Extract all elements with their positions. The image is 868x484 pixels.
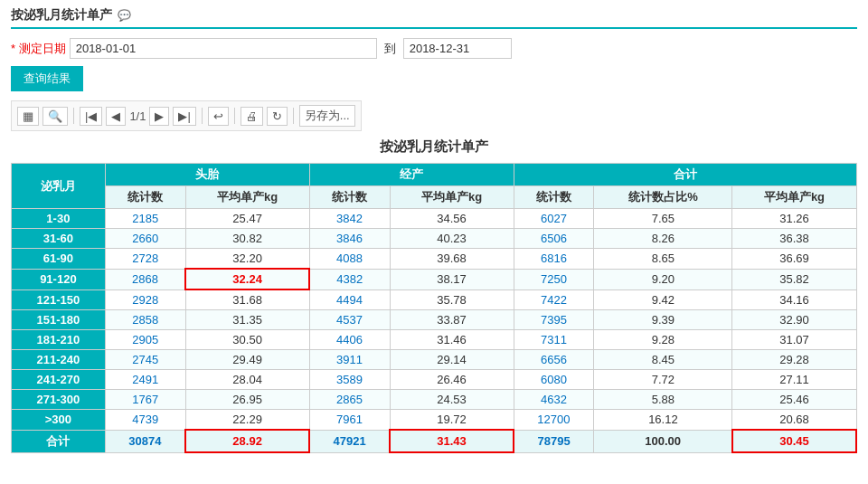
td-t-avg: 29.28: [732, 350, 856, 370]
date-end-input[interactable]: [403, 38, 512, 59]
th-e-avg: 平均单产kg: [390, 186, 514, 209]
td-t-count: 7422: [514, 289, 594, 310]
td-t-avg: 27.11: [732, 370, 856, 390]
toolbar-sep4: [293, 108, 294, 124]
query-button[interactable]: 查询结果: [11, 66, 83, 91]
th-t-count: 统计数: [514, 186, 594, 209]
td-total-e-avg: 31.43: [390, 430, 514, 452]
td-h-avg: 32.20: [185, 249, 309, 270]
date-start-input[interactable]: [70, 38, 377, 59]
page-title-bar: 按泌乳月统计单产 💬: [11, 7, 857, 29]
td-e-avg: 33.87: [390, 310, 514, 330]
td-h-avg: 28.04: [185, 370, 309, 390]
td-e-avg: 24.53: [390, 390, 514, 410]
table-row: 271-300176726.95286524.5346325.8825.46: [12, 390, 857, 410]
filter-label: * 测定日期: [11, 41, 66, 57]
td-total-h-avg: 28.92: [185, 430, 309, 452]
td-h-count: 2491: [105, 370, 185, 390]
td-e-count: 4406: [309, 330, 390, 350]
td-total-label: 合计: [12, 430, 106, 452]
toolbar-next-page[interactable]: ▶: [149, 107, 169, 126]
td-h-avg: 31.68: [185, 289, 309, 310]
td-e-avg: 31.46: [390, 330, 514, 350]
toolbar-first-page[interactable]: |◀: [80, 107, 102, 126]
td-e-count: 4537: [309, 310, 390, 330]
td-label: 241-270: [12, 370, 106, 390]
filter-separator: 到: [384, 41, 396, 57]
td-h-avg: 26.95: [185, 390, 309, 410]
th-t-pct: 统计数占比%: [594, 186, 732, 209]
th-exp: 经产: [309, 164, 514, 186]
td-t-avg: 32.90: [732, 310, 856, 330]
td-t-count: 6027: [514, 209, 594, 229]
td-t-pct: 8.65: [594, 249, 732, 270]
filter-row: * 测定日期 到: [11, 38, 857, 59]
td-h-avg: 29.49: [185, 350, 309, 370]
td-e-count: 4088: [309, 249, 390, 270]
report-title: 按泌乳月统计单产: [11, 138, 857, 156]
td-e-count: 3846: [309, 229, 390, 249]
td-label: >300: [12, 410, 106, 431]
td-t-count: 7311: [514, 330, 594, 350]
td-label: 61-90: [12, 249, 106, 270]
td-t-pct: 9.20: [594, 269, 732, 289]
toolbar-grid-icon[interactable]: ▦: [17, 107, 39, 126]
page-container: 按泌乳月统计单产 💬 * 测定日期 到 查询结果 ▦ 🔍 |◀ ◀ 1/1 ▶ …: [0, 0, 868, 460]
td-e-count: 3911: [309, 350, 390, 370]
td-e-avg: 26.46: [390, 370, 514, 390]
toolbar-save-as-btn[interactable]: 另存为...: [299, 105, 355, 127]
td-e-count: 2865: [309, 390, 390, 410]
toolbar-last-page[interactable]: ▶|: [173, 107, 195, 126]
td-h-count: 2868: [105, 269, 185, 289]
td-t-avg: 36.69: [732, 249, 856, 270]
td-e-avg: 39.68: [390, 249, 514, 270]
td-total-t-count: 78795: [514, 430, 594, 452]
td-label: 91-120: [12, 269, 106, 289]
td-t-count: 6816: [514, 249, 594, 270]
td-t-pct: 9.39: [594, 310, 732, 330]
toolbar-print-btn[interactable]: 🖨: [241, 107, 263, 126]
td-total-t-avg: 30.45: [732, 430, 856, 452]
td-t-pct: 16.12: [594, 410, 732, 431]
td-t-avg: 31.07: [732, 330, 856, 350]
td-t-count: 6080: [514, 370, 594, 390]
toolbar: ▦ 🔍 |◀ ◀ 1/1 ▶ ▶| ↩ 🖨 ↻ 另存为...: [11, 100, 362, 131]
td-h-avg: 22.29: [185, 410, 309, 431]
toolbar-back-btn[interactable]: ↩: [208, 107, 229, 126]
td-t-pct: 5.88: [594, 390, 732, 410]
td-h-count: 1767: [105, 390, 185, 410]
td-e-avg: 34.56: [390, 209, 514, 229]
td-label: 181-210: [12, 330, 106, 350]
toolbar-sep3: [234, 108, 235, 124]
td-total-t-pct: 100.00: [594, 430, 732, 452]
td-t-pct: 9.28: [594, 330, 732, 350]
td-e-count: 4382: [309, 269, 390, 289]
th-e-count: 统计数: [309, 186, 390, 209]
table-row: 121-150292831.68449435.7874229.4234.16: [12, 289, 857, 310]
th-lactation-month: 泌乳月: [12, 164, 106, 209]
td-t-pct: 9.42: [594, 289, 732, 310]
toolbar-refresh-btn[interactable]: ↻: [267, 107, 288, 126]
page-title: 按泌乳月统计单产: [11, 7, 112, 24]
th-h-avg: 平均单产kg: [185, 186, 309, 209]
td-e-avg: 40.23: [390, 229, 514, 249]
td-label: 1-30: [12, 209, 106, 229]
td-h-avg: 25.47: [185, 209, 309, 229]
td-h-avg: 32.24: [185, 269, 309, 289]
table-row: 211-240274529.49391129.1466568.4529.28: [12, 350, 857, 370]
td-t-avg: 35.82: [732, 269, 856, 289]
td-e-avg: 19.72: [390, 410, 514, 431]
td-t-count: 6656: [514, 350, 594, 370]
td-e-avg: 29.14: [390, 350, 514, 370]
td-h-count: 2660: [105, 229, 185, 249]
td-t-count: 7250: [514, 269, 594, 289]
table-row: >300473922.29796119.721270016.1220.68: [12, 410, 857, 431]
td-h-avg: 30.50: [185, 330, 309, 350]
toolbar-search-icon[interactable]: 🔍: [42, 107, 68, 126]
table-row: 151-180285831.35453733.8773959.3932.90: [12, 310, 857, 330]
toolbar-prev-page[interactable]: ◀: [106, 107, 126, 126]
table-row: 181-210290530.50440631.4673119.2831.07: [12, 330, 857, 350]
td-h-count: 2745: [105, 350, 185, 370]
th-total: 合计: [514, 164, 856, 186]
td-total-h-count: 30874: [105, 430, 185, 452]
